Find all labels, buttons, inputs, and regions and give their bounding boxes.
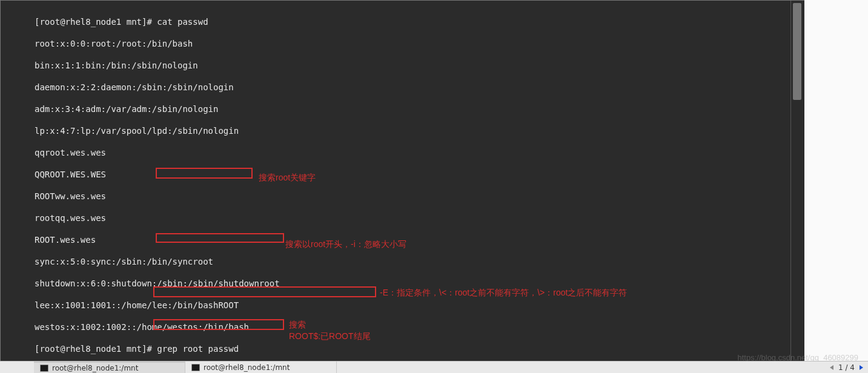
annotation-grep1: 搜索root关键字 — [259, 173, 316, 183]
output-line: QQROOT.WES.WES — [35, 169, 790, 180]
output-line: sync:x:5:0:sync:/sbin:/bin/syncroot — [35, 256, 790, 267]
prompt: [root@rhel8_node1 mnt]# — [35, 17, 157, 27]
annotation-grep2: 搜索以root开头，-i：忽略大小写 — [285, 239, 406, 250]
terminal-icon — [40, 365, 48, 372]
cmd-grep-root: grep root passwd — [157, 344, 239, 354]
terminal-icon — [191, 364, 200, 371]
prompt-line: [root@rhel8_node1 mnt]# cat passwd — [35, 16, 790, 27]
output-line: bin:x:1:1:bin:/bin:/sbin/nologin — [35, 60, 790, 71]
output-line: root:x:0:0:root:/root:/bin/bash — [35, 38, 790, 49]
taskbar-item-label: root@rhel8_node1:/mnt — [52, 364, 138, 372]
output-line: lee:x:1001:1001::/home/lee:/bin/bashROOT — [35, 300, 790, 311]
page-background-right — [804, 0, 868, 361]
annotation-grep4a: 搜索 — [289, 320, 306, 331]
annotation-grep3: -E：指定条件，\<：root之前不能有字符，\>：root之后不能有字符 — [380, 288, 627, 299]
output-line: ROOTww.wes.wes — [35, 191, 790, 202]
terminal-window: [root@rhel8_node1 mnt]# cat passwd root:… — [0, 0, 804, 361]
output-line: qqroot.wes.wes — [35, 147, 790, 158]
output-line: daemon:x:2:2:daemon:/sbin:/sbin/nologin — [35, 82, 790, 93]
taskbar-flex-spacer — [337, 361, 825, 373]
scrollbar-thumb[interactable] — [793, 3, 801, 100]
prompt-line: [root@rhel8_node1 mnt]# grep root passwd — [35, 343, 790, 354]
prompt: [root@rhel8_node1 mnt]# — [35, 344, 157, 354]
annotation-grep4b: ROOT$:已ROOT结尾 — [289, 331, 371, 342]
chevron-left-icon[interactable] — [830, 365, 833, 370]
output-line: westos:x:1002:1002::/home/westos:/bin/ba… — [35, 322, 790, 332]
output-line: rootqq.wes.wes — [35, 213, 790, 223]
taskbar-item-terminal-1[interactable]: root@rhel8_node1:/mnt — [34, 361, 185, 373]
output-line: ROOT.wes.wes — [35, 234, 790, 245]
taskbar-item-terminal-2[interactable]: root@rhel8_node1:/mnt — [185, 361, 337, 373]
pager-label: 1 / 4 — [838, 363, 855, 372]
terminal-scrollbar[interactable] — [790, 1, 804, 361]
taskbar-item-label: root@rhel8_node1:/mnt — [204, 363, 290, 372]
taskbar: root@rhel8_node1:/mnt root@rhel8_node1:/… — [0, 361, 868, 373]
workspace-pager[interactable]: 1 / 4 — [825, 361, 868, 373]
cmd-cat: cat passwd — [157, 17, 208, 27]
output-line: lp:x:4:7:lp:/var/spool/lpd:/sbin/nologin — [35, 125, 790, 136]
taskbar-spacer — [0, 361, 34, 373]
chevron-right-icon[interactable] — [860, 365, 863, 370]
terminal-output[interactable]: [root@rhel8_node1 mnt]# cat passwd root:… — [1, 1, 790, 361]
output-line: adm:x:3:4:adm:/var/adm:/sbin/nologin — [35, 104, 790, 114]
